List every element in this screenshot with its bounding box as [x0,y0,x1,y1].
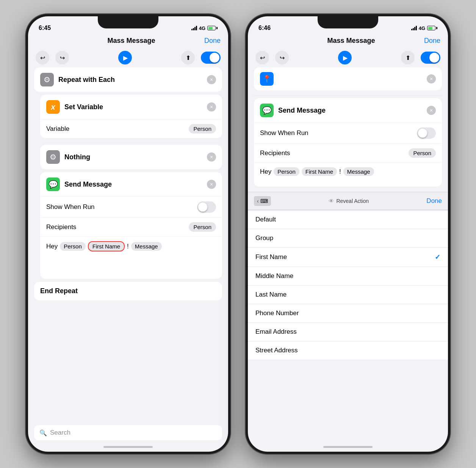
signal-bar-4 [196,26,197,30]
undo-button-right[interactable]: ↩ [255,51,269,64]
send-message-icon-left: 💬 [46,177,60,191]
variable-row: Variable Person [40,119,222,138]
undo-icon: ↩ [40,54,45,61]
toolbar-done-right[interactable]: Done [426,197,442,205]
dropdown-item-firstname[interactable]: First Name ✓ [248,248,448,267]
dropdown-item-middlename[interactable]: Middle Name [248,267,448,286]
show-when-run-row-left: Show When Run [40,196,222,217]
show-when-run-label-left: Show When Run [46,203,95,211]
redo-icon-right: ↪ [280,54,285,61]
play-icon-right: ▶ [343,54,348,61]
notch [98,16,158,28]
end-repeat-title: End Repeat [40,287,78,295]
show-when-run-toggle-right[interactable] [417,127,436,139]
send-message-title-right: Send Message [278,107,422,115]
signal-bar-1 [191,29,193,30]
set-variable-close[interactable]: × [207,102,216,112]
home-indicator-left [103,446,153,448]
message-token-right[interactable]: Message [343,167,374,176]
dropdown-item-street[interactable]: Street Address [248,341,448,360]
play-icon: ▶ [123,54,128,61]
recipients-value-right[interactable]: Person [409,148,436,158]
message-content-row-right: Hey Person First Name ! Message [254,162,442,181]
undo-button[interactable]: ↩ [36,51,49,64]
network-type-right: 4G [419,25,425,31]
signal-bar-2 [193,28,194,30]
status-icons-left: 4G [191,25,218,31]
right-phone: 6:46 4G Mass Message [246,14,450,454]
content-left: ⚙ Repeat with Each × x Set Variable × Va… [28,68,228,450]
redo-button[interactable]: ↪ [55,51,69,64]
set-variable-block: x Set Variable × Variable Person [40,95,222,138]
send-message-block-right: 💬 Send Message × Show When Run Recipient… [254,98,442,187]
view-toggle-button-right[interactable] [421,52,440,64]
view-toggle-button[interactable] [201,52,221,64]
x-icon: x [51,103,55,112]
dropdown-item-phone[interactable]: Phone Number [248,304,448,323]
show-when-run-toggle-left[interactable] [197,201,216,213]
toolbar-left: ↩ ↪ ▶ ⬆ [28,48,228,68]
recipients-value-left[interactable]: Person [189,222,216,232]
reveal-action-group[interactable]: 👁 Reveal Action [329,198,369,204]
nav-done-right[interactable]: Done [424,37,440,45]
recipients-label-right: Recipients [260,149,290,157]
share-button[interactable]: ⬆ [181,51,195,64]
dropdown-label-middlename: Middle Name [255,272,293,280]
dropdown-label-lastname: Last Name [255,291,287,298]
nothing-close[interactable]: × [207,152,216,162]
redo-button-right[interactable]: ↪ [275,51,289,64]
variable-label: Variable [46,125,69,133]
dropdown-item-lastname[interactable]: Last Name [248,286,448,304]
person-token-left[interactable]: Person [60,242,86,251]
redo-icon: ↪ [60,54,65,61]
send-message-close-left[interactable]: × [207,180,216,189]
reveal-label: Reveal Action [336,198,369,204]
signal-bar-3 [194,27,196,30]
battery-left [207,26,218,30]
recipients-row-right: Recipients Person [254,143,442,162]
nav-done-left[interactable]: Done [204,37,221,45]
chevron-left-icon: ‹ [257,198,259,204]
checkmark-firstname: ✓ [435,253,440,261]
gear-icon-nothing: ⚙ [50,152,56,162]
play-button-right[interactable]: ▶ [338,51,352,64]
network-type-left: 4G [199,25,205,31]
signal-bars-left [191,26,197,30]
set-variable-header: x Set Variable × [40,95,222,119]
undo-icon-right: ↩ [260,54,265,61]
dropdown-item-group[interactable]: Group [248,229,448,248]
send-message-area-right: 💬 Send Message × Show When Run Recipient… [248,96,448,192]
first-name-token-left[interactable]: First Name [88,241,125,251]
dropdown-label-email: Email Address [255,328,297,336]
show-when-run-label-right: Show When Run [260,129,308,137]
time-right: 6:46 [258,25,271,31]
battery-right [427,26,437,30]
hey-text-left: Hey [46,243,58,250]
message-icon-left: 💬 [49,180,58,189]
right-phone-screen: 6:46 4G Mass Message [248,16,448,452]
search-bar-left[interactable]: 🔍 Search [34,425,222,440]
variable-value[interactable]: Person [189,124,216,133]
dropdown-label-phone: Phone Number [255,309,299,317]
message-token-left[interactable]: Message [131,242,162,251]
share-icon: ⬆ [186,54,191,61]
partial-area-right: 📍 × [248,68,448,96]
share-button-right[interactable]: ⬆ [401,51,415,64]
partial-close-right[interactable]: × [427,74,436,83]
dropdown-label-default: Default [255,216,276,223]
exclaim-left: ! [127,243,129,250]
play-button[interactable]: ▶ [118,51,132,64]
dropdown-label-street: Street Address [255,347,298,354]
repeat-each-block: ⚙ Repeat with Each × [34,68,222,92]
repeat-each-close[interactable]: × [207,75,216,84]
keyboard-button[interactable]: ‹ ⌨ [254,196,271,206]
person-token-right[interactable]: Person [274,167,299,176]
dropdown-label-group: Group [255,234,273,242]
send-message-close-right[interactable]: × [427,106,436,115]
nav-bar-left: Mass Message Done [28,35,228,48]
dropdown-item-default[interactable]: Default [248,210,448,229]
message-content-row-left: Hey Person First Name ! Message [40,236,222,256]
first-name-token-right[interactable]: First Name [302,167,337,176]
message-icon-right: 💬 [262,106,272,115]
dropdown-item-email[interactable]: Email Address [248,323,448,341]
